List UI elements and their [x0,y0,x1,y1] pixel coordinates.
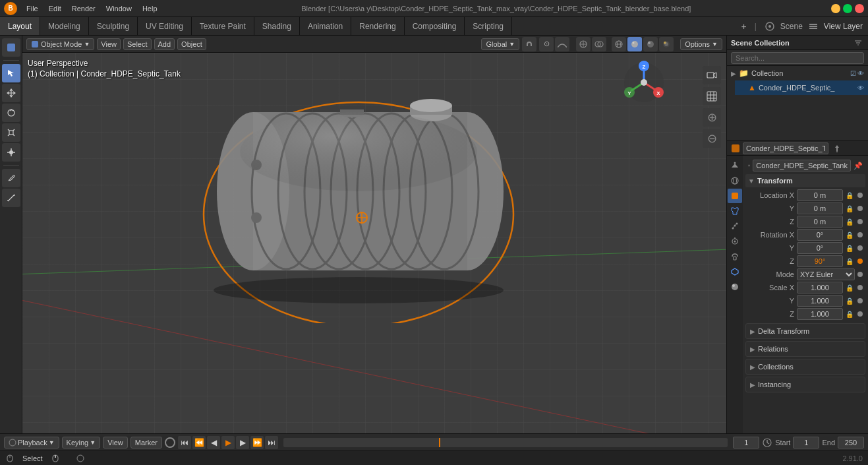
menu-file[interactable]: File [22,3,42,14]
world-props-tab[interactable] [728,173,742,188]
view-menu-btn[interactable]: View [103,437,128,449]
location-z-value[interactable]: 0 m [797,216,843,228]
tab-uv-editing[interactable]: UV Editing [138,17,192,35]
add-menu-btn[interactable]: Add [154,38,175,50]
tab-sculpting[interactable]: Sculpting [89,17,138,35]
location-z-keyframe[interactable] [857,219,863,224]
viewport-mode-icon[interactable] [2,38,20,57]
add-workspace-btn[interactable]: + [741,21,747,32]
rotation-y-keyframe[interactable] [857,245,863,251]
falloff-btn[interactable] [555,37,569,51]
rotation-z-lock[interactable]: 🔒 [846,258,855,265]
wireframe-mode-btn[interactable] [612,37,626,51]
outliner-item-collection[interactable]: ▶ 📁 Collection ☑ 👁 [727,66,868,80]
tab-scripting[interactable]: Scripting [465,17,512,35]
play-btn[interactable]: ▶ [221,436,235,449]
scale-y-value[interactable]: 1.000 [797,295,843,307]
rotation-mode-select[interactable]: XYZ Euler XZY Euler YXZ Euler Quaternion [797,268,855,280]
tab-rendering[interactable]: Rendering [351,17,404,35]
object-data-props-tab[interactable] [728,264,742,279]
scene-label[interactable]: Scene [780,22,803,31]
rotation-y-value[interactable]: 0° [797,242,843,254]
mesh-pin-btn[interactable]: 📌 [854,160,863,171]
scale-y-keyframe[interactable] [857,298,863,303]
camera-view-btn[interactable] [703,66,721,84]
menu-edit[interactable]: Edit [45,3,65,14]
zoom-in-btn[interactable]: ⊕ [703,108,721,127]
tab-texture-paint[interactable]: Texture Paint [192,17,254,35]
tab-compositing[interactable]: Compositing [405,17,465,35]
next-frame-btn[interactable]: ▶ [236,436,249,449]
instancing-header[interactable]: ▶ Instancing [746,377,865,392]
location-y-value[interactable]: 0 m [797,202,843,214]
scale-z-value[interactable]: 1.000 [797,308,843,320]
tank-object[interactable] [194,86,523,323]
menu-render[interactable]: Render [68,3,100,14]
grid-view-btn[interactable] [703,87,721,106]
transform-tool-btn[interactable] [2,143,20,162]
mesh-name-display[interactable]: Conder_HDPE_Septic_Tank [753,160,851,171]
rotation-x-keyframe[interactable] [857,232,863,237]
tab-shading[interactable]: Shading [254,17,300,35]
start-frame-input[interactable] [793,437,819,449]
minimize-button[interactable] [831,4,840,13]
rotate-tool-btn[interactable] [2,104,20,122]
tab-modeling[interactable]: Modeling [40,17,89,35]
rotation-y-lock[interactable]: 🔒 [846,245,855,252]
select-tool-btn[interactable] [2,64,20,82]
transform-section-header[interactable]: ▼ Transform [745,174,865,187]
jump-end-btn[interactable]: ⏭ [265,436,278,449]
prev-frame-btn[interactable]: ◀ [207,436,220,449]
outliner-item-mesh[interactable]: ▲ Conder_HDPE_Septic_ 👁 [735,80,868,95]
scale-x-keyframe[interactable] [857,285,863,290]
location-z-lock[interactable]: 🔒 [846,218,855,226]
menu-window[interactable]: Window [102,3,136,14]
prev-keyframe-btn[interactable]: ⏪ [192,436,206,449]
annotate-tool-btn[interactable] [2,169,20,187]
rotation-z-keyframe[interactable] [857,259,863,264]
zoom-out-btn[interactable]: ⊖ [703,129,721,148]
object-pin-btn[interactable] [831,142,843,154]
relations-header[interactable]: ▶ Relations [746,342,865,356]
current-frame-input[interactable] [733,437,759,449]
select-menu-btn[interactable]: Select [123,38,152,50]
object-menu-btn[interactable]: Object [177,38,206,50]
object-props-tab[interactable] [728,189,742,203]
transform-global-btn[interactable]: Global ▼ [481,38,519,50]
particles-props-tab[interactable] [728,219,742,233]
scene-props-tab[interactable] [728,158,742,173]
material-props-tab[interactable] [728,280,742,294]
render-preview-btn[interactable] [659,37,674,51]
next-keyframe-btn[interactable]: ⏩ [250,436,264,449]
move-tool-btn[interactable] [2,84,20,102]
viewport-gizmo-btn[interactable] [576,37,591,51]
rotation-x-lock[interactable]: 🔒 [846,232,855,239]
menu-help[interactable]: Help [138,3,161,14]
proportional-edit-btn[interactable]: ⊙ [539,37,554,51]
scale-z-keyframe[interactable] [857,311,863,317]
rotation-z-value[interactable]: 90° [797,255,843,267]
location-x-value[interactable]: 0 m [797,189,843,201]
jump-start-btn[interactable]: ⏮ [178,436,191,449]
timeline-track[interactable] [283,438,728,447]
playback-menu-btn[interactable]: Playback ▼ [4,437,59,449]
collections-header[interactable]: ▶ Collections [746,359,865,374]
view-menu-btn[interactable]: View [97,38,121,50]
rotation-x-value[interactable]: 0° [797,229,843,241]
view-layer-label[interactable]: View Layer [824,22,863,31]
end-frame-input[interactable] [838,437,864,449]
modifier-props-tab[interactable] [728,204,742,218]
outliner-filter-btn[interactable] [852,37,864,49]
object-name-input[interactable] [743,142,828,154]
material-preview-btn[interactable] [643,37,658,51]
options-btn[interactable]: Options ▼ [680,38,722,50]
scale-x-value[interactable]: 1.000 [797,282,843,294]
scale-y-lock[interactable]: 🔒 [846,297,855,305]
mesh-visibility-btn[interactable]: 👁 [857,84,864,92]
location-x-lock[interactable]: 🔒 [846,192,855,199]
object-mode-button[interactable]: Object Mode ▼ [26,38,94,50]
tab-layout[interactable]: Layout [0,17,40,35]
location-x-keyframe[interactable] [857,193,863,198]
scale-x-lock[interactable]: 🔒 [846,284,855,292]
collection-eye-btn[interactable]: 👁 [857,70,864,77]
